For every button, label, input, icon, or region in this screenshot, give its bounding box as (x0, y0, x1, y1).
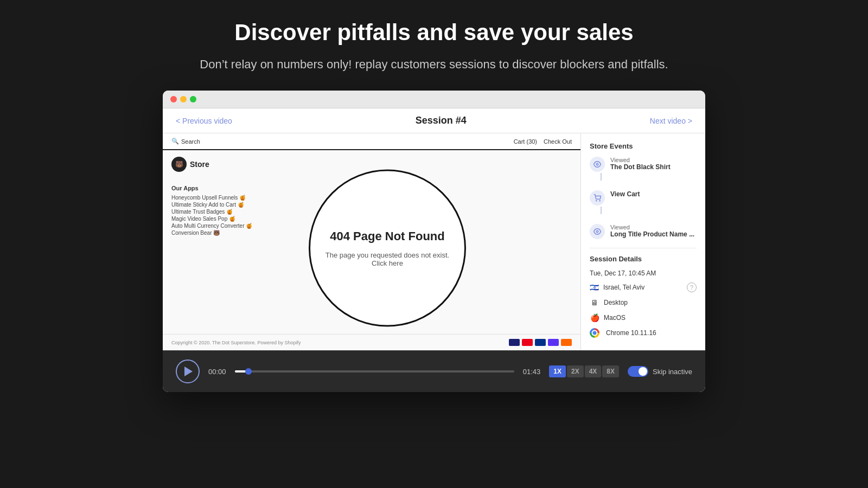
speed-2x-button[interactable]: 2X (567, 365, 584, 377)
apple-icon: 🍎 (590, 313, 599, 323)
desktop-icon: 🖥 (590, 298, 599, 307)
progress-fill (235, 370, 249, 373)
session-os-row: 🍎 MacOS (590, 313, 697, 323)
browser-body: 🔍 Search Cart (30) Check Out 🐻 Store Our… (163, 133, 705, 350)
minimize-dot[interactable] (180, 96, 187, 102)
speed-4x-button[interactable]: 4X (585, 365, 602, 377)
mastercard-icon (522, 339, 533, 346)
right-panel: Store Events Viewed The Dot Black Shirt (580, 133, 705, 350)
visa-icon (509, 339, 520, 346)
event-label-1: Viewed (610, 157, 671, 163)
speed-1x-button[interactable]: 1X (549, 365, 566, 377)
os-value: MacOS (604, 314, 626, 322)
session-device-row: 🖥 Desktop (590, 298, 697, 307)
event-item-viewed-1: Viewed The Dot Black Shirt (590, 157, 697, 182)
session-details-title: Session Details (590, 255, 697, 263)
search-label: Search (181, 138, 200, 145)
divider-1 (590, 248, 697, 248)
toggle-switch[interactable] (628, 366, 648, 377)
cart-link[interactable]: Cart (30) (514, 138, 537, 145)
previous-video-link[interactable]: < Previous video (176, 117, 232, 125)
search-icon: 🔍 (171, 138, 179, 145)
event-item-viewed-2: Viewed Long Title Product Name ... (590, 224, 697, 239)
speed-controls: 1X 2X 4X 8X (549, 365, 619, 377)
event-value-2: Long Title Product Name ... (610, 230, 694, 238)
error-body: The page you requested does not exist. C… (321, 251, 454, 267)
cart-icon-event (590, 190, 605, 206)
page-subtitle: Don’t relay on numbers only! replay cust… (200, 55, 668, 73)
browser-window: < Previous video Session #4 Next video >… (163, 91, 705, 392)
store-nav: 🔍 Search Cart (30) Check Out (163, 133, 580, 150)
copyright-text: Copyright © 2020. The Dot Superstore. Po… (171, 340, 301, 345)
progress-track[interactable] (235, 370, 514, 373)
info-icon[interactable]: ? (687, 282, 697, 292)
session-browser-row: Chrome 10.11.16 (590, 328, 697, 338)
error-overlay: 404 Page Not Found The page you requeste… (309, 170, 466, 327)
svg-point-3 (596, 230, 598, 233)
chrome-icon (590, 328, 599, 338)
amex-icon (561, 339, 572, 346)
device-value: Desktop (604, 299, 628, 306)
event-label-2: Viewed (610, 224, 694, 230)
event-item-cart: View Cart (590, 190, 697, 215)
event-info-cart: View Cart (610, 190, 640, 198)
store-events-title: Store Events (590, 142, 697, 150)
time-total: 01:43 (523, 368, 541, 376)
play-button[interactable] (176, 359, 200, 383)
session-header: < Previous video Session #4 Next video > (163, 108, 705, 133)
play-triangle-icon (184, 367, 193, 376)
store-nav-right: Cart (30) Check Out (514, 138, 572, 145)
session-title: Session #4 (416, 115, 467, 126)
payment-icons (509, 339, 572, 346)
event-value-cart: View Cart (610, 190, 640, 198)
skip-inactive-toggle: Skip inactive (628, 366, 692, 377)
viewed-icon-2 (590, 224, 605, 239)
event-value-1: The Dot Black Shirt (610, 163, 671, 171)
time-current: 00:00 (208, 368, 226, 376)
toggle-knob (639, 367, 647, 376)
browser-value: Chrome 10.11.16 (606, 329, 656, 337)
event-info-1: Viewed The Dot Black Shirt (610, 157, 671, 171)
store-footer: Copyright © 2020. The Dot Superstore. Po… (163, 334, 580, 350)
store-logo-icon: 🐻 (171, 157, 187, 172)
browser-titlebar (163, 91, 705, 108)
stripe-icon (548, 339, 559, 346)
skip-label: Skip inactive (653, 368, 692, 376)
store-nav-left: 🔍 Search (171, 138, 200, 145)
playback-bar: 00:00 01:43 1X 2X 4X 8X Skip inactive (163, 350, 705, 392)
maximize-dot[interactable] (190, 96, 196, 102)
speed-8x-button[interactable]: 8X (602, 365, 619, 377)
flag-icon: 🇮🇱 (590, 283, 599, 292)
paypal-icon (535, 339, 546, 346)
svg-point-2 (599, 201, 600, 201)
session-location-row: 🇮🇱 Israel, Tel Aviv ? (590, 282, 697, 292)
page-title: Discover pitfalls and save your sales (234, 20, 633, 46)
next-video-link[interactable]: Next video > (650, 117, 692, 125)
store-preview: 🔍 Search Cart (30) Check Out 🐻 Store Our… (163, 133, 580, 350)
viewed-icon-1 (590, 157, 605, 172)
checkout-link[interactable]: Check Out (544, 138, 572, 145)
store-logo-text: Store (190, 160, 209, 169)
event-info-2: Viewed Long Title Product Name ... (610, 224, 694, 238)
session-datetime-row: Tue, Dec 17, 10:45 AM (590, 269, 697, 277)
error-title: 404 Page Not Found (330, 229, 444, 243)
svg-point-1 (596, 201, 597, 201)
close-dot[interactable] (170, 96, 177, 102)
progress-dot (245, 368, 252, 375)
svg-point-0 (596, 163, 598, 165)
datetime-value: Tue, Dec 17, 10:45 AM (590, 269, 656, 277)
location-value: Israel, Tel Aviv (603, 284, 644, 291)
